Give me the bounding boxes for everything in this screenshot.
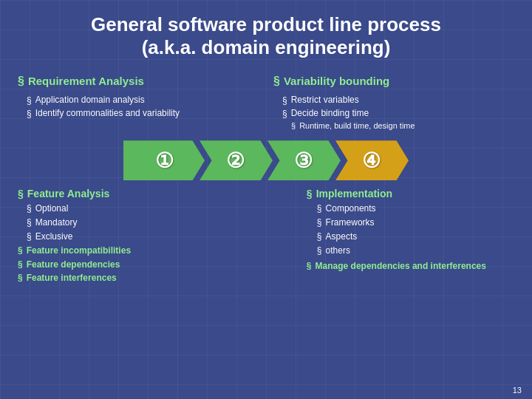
interferences-bullet: § — [18, 272, 23, 284]
req-bullet: § — [18, 72, 24, 90]
feature-sub-exclusive: § Exclusive — [27, 231, 295, 243]
var-bound-label: Variability bounding — [284, 73, 389, 90]
title-line2: (a.k.a. domain engineering) — [18, 36, 514, 59]
page-number: 13 — [513, 386, 522, 395]
aspects-text: Aspects — [326, 231, 358, 243]
bottom-section: § Feature Analysis § Optional § Mandator… — [18, 188, 514, 286]
dependencies-text: Feature dependencies — [27, 259, 120, 271]
slide: General software product line process (a… — [0, 0, 532, 399]
req-sub-2-bullet: § — [27, 108, 32, 120]
impl-frameworks: § Frameworks — [317, 216, 514, 229]
var-bound-bullet: § — [273, 72, 280, 90]
impl-others: § others — [317, 245, 514, 257]
arrow-2-number: ② — [220, 149, 245, 173]
var-sub-2-bullet: § — [282, 108, 287, 120]
req-sub-1-bullet: § — [27, 95, 32, 107]
exclusive-bullet: § — [27, 231, 32, 243]
components-bullet: § — [317, 202, 322, 215]
req-sub-2: § Identify commonalities and variability — [27, 107, 259, 120]
req-analysis-header: § Requirement Analysis — [18, 72, 259, 90]
var-sub-2-text: Decide binding time — [291, 107, 369, 120]
others-bullet: § — [317, 245, 322, 257]
req-analysis-label: Requirement Analysis — [28, 73, 144, 90]
mandatory-bullet: § — [27, 216, 32, 229]
impl-aspects: § Aspects — [317, 231, 514, 243]
manage-bullet: § — [307, 260, 312, 273]
manage-dependencies: § Manage dependencies and interferences — [307, 260, 514, 273]
feature-incompatibilities: § Feature incompatibilities — [18, 245, 295, 257]
feature-bullet: § — [18, 188, 24, 200]
manage-text: Manage dependencies and interferences — [316, 260, 486, 273]
var-sub-1: § Restrict variables — [282, 94, 514, 107]
components-text: Components — [326, 202, 376, 215]
optional-bullet: § — [27, 202, 32, 215]
frameworks-bullet: § — [317, 216, 322, 229]
implementation-label: Implementation — [316, 188, 392, 200]
bottom-left-panel: § Feature Analysis § Optional § Mandator… — [18, 188, 295, 286]
exclusive-text: Exclusive — [35, 231, 73, 243]
var-bound-header: § Variability bounding — [273, 72, 514, 90]
var-sub-sub-bullet: § — [291, 120, 296, 132]
interferences-text: Feature interferences — [27, 272, 117, 284]
feature-dependencies: § Feature dependencies — [18, 259, 295, 271]
arrow-1: ① — [123, 140, 205, 180]
feature-sub-mandatory: § Mandatory — [27, 216, 295, 229]
feature-interferences: § Feature interferences — [18, 272, 295, 284]
implementation-header: § Implementation — [307, 188, 514, 200]
top-left-panel: § Requirement Analysis § Application dom… — [18, 72, 259, 132]
impl-bullet: § — [307, 188, 313, 200]
frameworks-text: Frameworks — [326, 216, 375, 229]
arrow-4-number: ④ — [356, 149, 381, 173]
aspects-bullet: § — [317, 231, 322, 243]
req-sub-1-text: Application domain analysis — [35, 94, 145, 106]
dependencies-bullet: § — [18, 259, 23, 271]
feature-analysis-header: § Feature Analysis — [18, 188, 295, 200]
var-sub-1-bullet: § — [282, 95, 287, 107]
optional-text: Optional — [35, 202, 69, 215]
incompatibilities-bullet: § — [18, 245, 23, 257]
incompatibilities-text: Feature incompatibilities — [27, 245, 131, 257]
var-sub-sub-text: Runtime, build time, design time — [299, 120, 415, 132]
title-line1: General software product line process — [18, 13, 514, 36]
bottom-right-panel: § Implementation § Components § Framewor… — [307, 188, 514, 286]
feature-sub-optional: § Optional — [27, 202, 295, 215]
arrow-3-number: ③ — [288, 149, 313, 173]
var-sub-1-text: Restrict variables — [291, 94, 359, 106]
impl-components: § Components — [317, 202, 514, 215]
feature-analysis-label: Feature Analysis — [27, 188, 110, 200]
slide-title: General software product line process (a… — [18, 13, 514, 59]
others-text: others — [326, 245, 350, 257]
mandatory-text: Mandatory — [35, 216, 78, 229]
var-sub-sub-1: § Runtime, build time, design time — [291, 120, 514, 132]
req-sub-1: § Application domain analysis — [27, 94, 259, 107]
req-sub-2-text: Identify commonalities and variability — [35, 107, 180, 120]
top-section: § Requirement Analysis § Application dom… — [18, 72, 514, 132]
arrow-1-number: ① — [155, 149, 174, 173]
top-right-panel: § Variability bounding § Restrict variab… — [273, 72, 514, 132]
var-sub-2: § Decide binding time — [282, 107, 514, 120]
arrow-row: ① ② ③ ④ — [18, 140, 514, 180]
